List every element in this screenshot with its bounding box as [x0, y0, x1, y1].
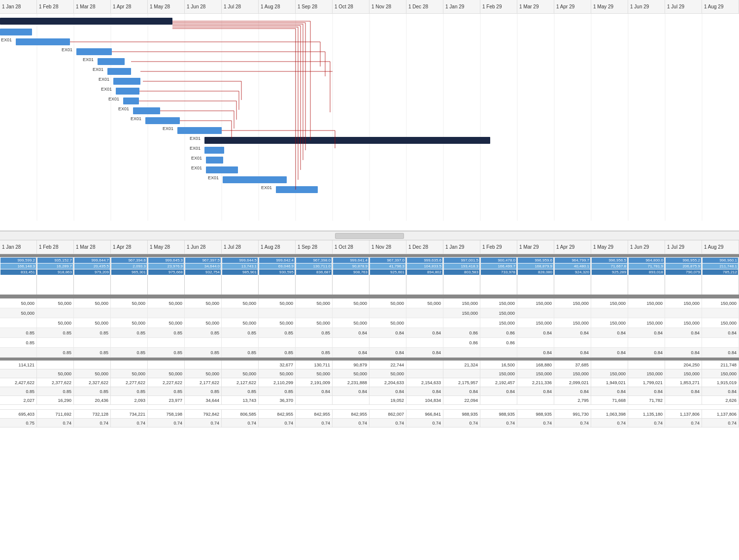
numeric-cell-1-1	[37, 308, 74, 318]
blue-col-7: 999,642.469,046.9930,595	[259, 257, 296, 295]
numeric-cell-1-2	[74, 308, 111, 318]
blue-cell-mid: 90,878.9	[333, 264, 369, 269]
blue-cell-top: 967,398.0	[296, 258, 332, 263]
bottom-cell-2-3: 2,277,622	[111, 378, 148, 387]
bottom-cell-0-14: 168,880	[517, 361, 554, 369]
bottom-cell-4-6: 13,743	[222, 396, 259, 404]
svg-rect-34	[123, 98, 139, 104]
gantt-section: 1 Jan 28 1 Feb 28 1 Mar 28 1 Apr 28 1 Ma…	[0, 0, 739, 231]
bottom-cell-2-1: 2,377,622	[37, 378, 74, 387]
bottom-cell-2-7: 2,110,299	[259, 378, 296, 387]
blue-cell-mid: 211,748.1	[703, 264, 738, 269]
blue-cell-bot: 979,209	[74, 269, 110, 275]
bottom-cell-0-3	[111, 361, 148, 369]
bottom-cell-0-18: 204,250	[665, 361, 702, 369]
numeric-cell-3-6: 0.85	[222, 328, 259, 337]
blue-cell-top: 967,394.6	[111, 258, 147, 263]
svg-rect-32	[116, 88, 139, 95]
numeric-cell-4-15	[554, 338, 591, 347]
numeric-cell-5-15: 0.84	[554, 348, 591, 357]
bottom-cell-4-0: 2,027	[0, 396, 37, 404]
bottom-cell-2-5: 2,177,622	[185, 378, 222, 387]
bottom-cell-6-4: 758,198	[148, 410, 185, 418]
numeric-row-3: 0.850.850.850.850.850.850.850.850.850.84…	[0, 328, 739, 338]
blue-cell-bot: 965,301	[111, 269, 147, 275]
header-jul28: 1 Jul 28	[222, 0, 259, 13]
bottom-cell-6-16: 1,063,398	[591, 410, 628, 418]
blue-cell-bot: 803,583	[444, 269, 479, 275]
numeric-cell-1-8	[296, 308, 333, 318]
blue-col-2: 999,644.720,435.5979,209	[74, 257, 111, 295]
numeric-cell-0-8: 50,000	[296, 298, 333, 308]
svg-rect-42	[204, 137, 490, 144]
blue-cell-top: 999,641.4	[333, 258, 369, 263]
bottom-cell-1-7: 50,000	[259, 369, 296, 378]
bottom-cell-1-15: 150,000	[554, 369, 591, 378]
numeric-cell-2-5: 50,000	[185, 318, 222, 328]
bottom-row-2: 2,427,6222,377,6222,327,6222,277,6222,22…	[0, 378, 739, 387]
numeric-cell-2-7: 50,000	[259, 318, 296, 328]
svg-rect-40	[177, 127, 222, 134]
blue-col-9: 999,641.490,878.9908,763	[333, 257, 370, 295]
svg-text:EX01: EX01	[62, 47, 72, 52]
bottom-cell-7-6: 0.74	[222, 419, 259, 427]
bottom-cell-4-14	[517, 396, 554, 404]
numeric-cell-2-9: 50,000	[333, 318, 370, 328]
blue-cell-bot: 833,451	[0, 269, 36, 275]
header-aug28: 1 Aug 28	[259, 0, 296, 13]
blue-col-15: 964,799.740,480.1924,320	[554, 257, 591, 295]
numeric-cell-2-8: 50,000	[296, 318, 333, 328]
header2-may28: 1 May 28	[148, 240, 185, 254]
bottom-cell-6-14: 988,935	[517, 410, 554, 418]
bottom-cell-1-5: 50,000	[185, 369, 222, 378]
bottom-cell-1-17: 150,000	[628, 369, 665, 378]
blue-cell-top: 999,642.4	[259, 258, 295, 263]
bottom-cell-6-5: 792,842	[185, 410, 222, 418]
blue-cell-top: 999,635.6	[407, 258, 442, 263]
bottom-cell-4-3: 2,093	[111, 396, 148, 404]
scrollbar-thumb[interactable]	[335, 233, 404, 239]
bottom-cell-2-0: 2,427,622	[0, 378, 37, 387]
blue-col-5: 967,397.534,644.0932,754	[185, 257, 222, 295]
bottom-cell-7-18: 0.74	[665, 419, 702, 427]
header-may28: 1 May 28	[148, 0, 185, 13]
blue-cell-bot: 975,668	[148, 269, 184, 275]
header-nov28: 1 Nov 28	[370, 0, 406, 13]
numeric-cell-4-5	[185, 338, 222, 347]
bottom-cell-6-3: 734,221	[111, 410, 148, 418]
bottom-cell-3-5: 0.85	[185, 387, 222, 395]
bottom-cell-4-17: 71,782	[628, 396, 665, 404]
bottom-cell-2-10: 2,204,633	[370, 378, 406, 387]
header-may29: 1 May 29	[591, 0, 628, 13]
svg-rect-46	[206, 157, 223, 164]
numeric-section: 50,00050,00050,00050,00050,00050,00050,0…	[0, 298, 739, 358]
numeric-cell-2-18: 150,000	[665, 318, 702, 328]
header2-apr29: 1 Apr 29	[554, 240, 591, 254]
bottom-cell-1-3: 50,000	[111, 369, 148, 378]
numeric-cell-5-7: 0.85	[259, 348, 296, 357]
bottom-cell-3-10: 0.84	[370, 387, 406, 395]
bottom-cell-1-13: 150,000	[480, 369, 517, 378]
bottom-cell-1-19: 150,000	[702, 369, 739, 378]
numeric-cell-3-10: 0.84	[370, 328, 406, 337]
header2-jan29: 1 Jan 29	[443, 240, 480, 254]
bottom-cell-6-19: 1,137,806	[702, 410, 739, 418]
bottom-row-6: 695,403711,692732,128734,221758,198792,8…	[0, 410, 739, 419]
svg-text:EX01: EX01	[191, 165, 202, 170]
gantt-rows-container: EX01 EX01 EX01 EX01 EX01 EX01 EX01	[0, 14, 739, 221]
numeric-cell-2-12	[443, 318, 480, 328]
header-jun28: 1 Jun 28	[185, 0, 222, 13]
header-apr29: 1 Apr 29	[554, 0, 591, 13]
numeric-cell-3-7: 0.85	[259, 328, 296, 337]
timeline-header-top: 1 Jan 28 1 Feb 28 1 Mar 28 1 Apr 28 1 Ma…	[0, 0, 739, 14]
numeric-cell-1-16	[591, 308, 628, 318]
numeric-cell-3-8: 0.85	[296, 328, 333, 337]
svg-rect-52	[276, 186, 318, 193]
numeric-cell-2-16: 150,000	[591, 318, 628, 328]
svg-rect-20	[0, 29, 32, 35]
numeric-cell-5-9: 0.84	[333, 348, 370, 357]
bottom-cell-1-2: 50,000	[74, 369, 111, 378]
bottom-cell-3-9: 0.84	[333, 387, 370, 395]
svg-text:EX01: EX01	[190, 136, 201, 141]
numeric-cell-2-4: 50,000	[148, 318, 185, 328]
